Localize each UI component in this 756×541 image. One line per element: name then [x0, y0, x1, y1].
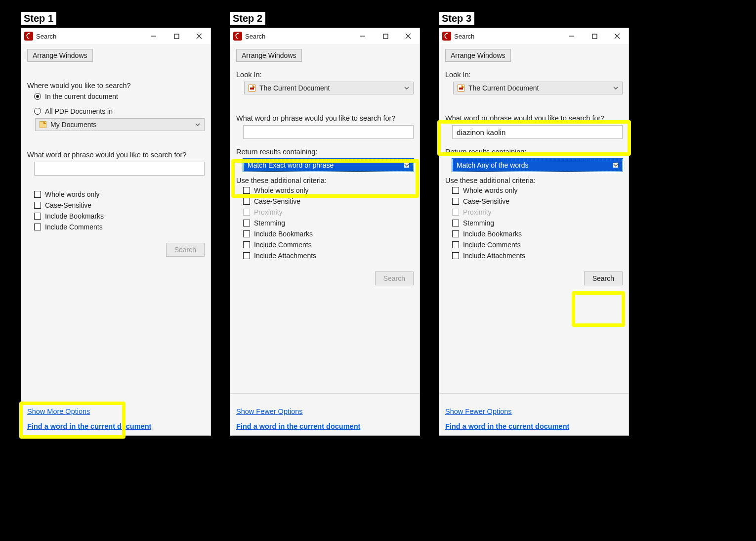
case-sensitive-checkbox[interactable]: Case-Sensitive: [34, 201, 205, 209]
radio-icon: [34, 108, 41, 115]
include-attachments-checkbox[interactable]: Include Attachments: [452, 252, 623, 260]
case-sensitive-checkbox[interactable]: Case-Sensitive: [243, 197, 414, 205]
find-word-link[interactable]: Find a word in the current document: [27, 422, 205, 430]
look-in-select[interactable]: The Current Document: [244, 82, 414, 94]
checkbox-label: Include Attachments: [463, 252, 525, 260]
search-button[interactable]: Search: [584, 271, 623, 285]
checkbox-label: Include Comments: [463, 241, 521, 249]
include-bookmarks-checkbox[interactable]: Include Bookmarks: [34, 212, 205, 220]
checkbox-label: Include Bookmarks: [463, 230, 522, 238]
checkbox-label: Proximity: [463, 208, 492, 216]
include-bookmarks-checkbox[interactable]: Include Bookmarks: [243, 230, 414, 238]
return-results-label: Return results containing:: [445, 148, 623, 156]
look-in-value: The Current Document: [468, 84, 613, 92]
checkbox-label: Include Bookmarks: [254, 230, 313, 238]
checkbox-icon: [243, 230, 250, 237]
svg-rect-5: [383, 34, 388, 39]
look-in-value: The Current Document: [259, 84, 404, 92]
checkbox-icon: [452, 187, 459, 194]
return-results-value: Match Any of the words: [457, 161, 613, 169]
close-button[interactable]: [397, 28, 420, 44]
search-button[interactable]: Search: [375, 271, 414, 285]
checkbox-label: Stemming: [463, 219, 494, 227]
checkbox-icon: [34, 213, 41, 220]
whole-words-checkbox[interactable]: Whole words only: [243, 186, 414, 194]
maximize-button[interactable]: [583, 28, 606, 44]
app-icon: [233, 32, 242, 41]
checkbox-icon: [243, 241, 250, 248]
look-in-label: Look In:: [236, 71, 414, 79]
find-word-link[interactable]: Find a word in the current document: [445, 422, 623, 430]
titlebar: Search: [230, 28, 420, 44]
window-title: Search: [36, 33, 56, 40]
phrase-label: What word or phrase would you like to se…: [27, 151, 205, 159]
checkbox-label: Case-Sensitive: [254, 197, 300, 205]
include-comments-checkbox[interactable]: Include Comments: [243, 241, 414, 249]
show-fewer-options-link[interactable]: Show Fewer Options: [236, 407, 414, 415]
minimize-button[interactable]: [142, 28, 165, 44]
include-attachments-checkbox[interactable]: Include Attachments: [243, 252, 414, 260]
checkbox-label: Whole words only: [45, 190, 100, 198]
checkbox-icon: [452, 241, 459, 248]
folder-select[interactable]: My Documents: [35, 118, 205, 131]
include-comments-checkbox[interactable]: Include Comments: [34, 223, 205, 231]
look-in-select[interactable]: The Current Document: [453, 82, 623, 94]
search-phrase-input[interactable]: [34, 162, 205, 176]
radio-label: In the current document: [45, 92, 118, 100]
arrange-windows-button[interactable]: Arrange Windows: [27, 49, 93, 62]
step-1-label: Step 1: [21, 12, 56, 25]
search-window-step1: Search Arrange Windows Where would you l…: [21, 28, 211, 436]
titlebar: Search: [439, 28, 629, 44]
stemming-checkbox[interactable]: Stemming: [243, 219, 414, 227]
folder-icon: [40, 121, 46, 128]
proximity-checkbox: Proximity: [243, 208, 414, 216]
search-phrase-input[interactable]: diazinon kaolin: [452, 125, 623, 139]
maximize-button[interactable]: [165, 28, 188, 44]
pdf-icon: [458, 85, 464, 91]
case-sensitive-checkbox[interactable]: Case-Sensitive: [452, 197, 623, 205]
checkbox-label: Include Bookmarks: [45, 212, 104, 220]
stemming-checkbox[interactable]: Stemming: [452, 219, 623, 227]
search-phrase-input[interactable]: [243, 125, 414, 139]
close-button[interactable]: [606, 28, 629, 44]
search-button[interactable]: Search: [166, 243, 205, 257]
find-word-link[interactable]: Find a word in the current document: [236, 422, 414, 430]
minimize-button[interactable]: [351, 28, 374, 44]
arrange-windows-button[interactable]: Arrange Windows: [236, 49, 302, 62]
step-3-label: Step 3: [439, 12, 474, 25]
return-results-label: Return results containing:: [236, 148, 414, 156]
radio-current-document[interactable]: In the current document: [34, 92, 205, 100]
checkbox-icon: [452, 198, 459, 205]
checkbox-label: Stemming: [254, 219, 285, 227]
checkbox-label: Proximity: [254, 208, 283, 216]
return-results-select[interactable]: Match Exact word or phrase: [243, 159, 414, 172]
show-more-options-link[interactable]: Show More Options: [27, 407, 205, 415]
titlebar: Search: [21, 28, 210, 44]
checkbox-label: Case-Sensitive: [463, 197, 509, 205]
include-comments-checkbox[interactable]: Include Comments: [452, 241, 623, 249]
checkbox-icon: [452, 209, 459, 216]
phrase-label: What word or phrase would you like to se…: [236, 114, 414, 122]
checkbox-icon: [452, 220, 459, 226]
checkbox-icon: [34, 202, 41, 209]
show-fewer-options-link[interactable]: Show Fewer Options: [445, 407, 623, 415]
checkbox-label: Include Comments: [45, 223, 103, 231]
arrange-windows-button[interactable]: Arrange Windows: [445, 49, 511, 62]
close-button[interactable]: [188, 28, 210, 44]
app-icon: [24, 32, 33, 41]
maximize-button[interactable]: [374, 28, 397, 44]
checkbox-label: Include Comments: [254, 241, 312, 249]
radio-label: All PDF Documents in: [45, 107, 113, 115]
checkbox-icon: [243, 198, 250, 205]
chevron-down-icon: [613, 163, 618, 168]
radio-all-pdf[interactable]: All PDF Documents in: [34, 107, 205, 115]
svg-rect-9: [592, 34, 597, 39]
checkbox-icon: [243, 209, 250, 216]
include-bookmarks-checkbox[interactable]: Include Bookmarks: [452, 230, 623, 238]
chevron-down-icon: [404, 163, 409, 168]
minimize-button[interactable]: [560, 28, 583, 44]
whole-words-checkbox[interactable]: Whole words only: [452, 186, 623, 194]
chevron-down-icon: [404, 86, 409, 90]
whole-words-checkbox[interactable]: Whole words only: [34, 190, 205, 198]
return-results-select[interactable]: Match Any of the words: [452, 159, 623, 172]
